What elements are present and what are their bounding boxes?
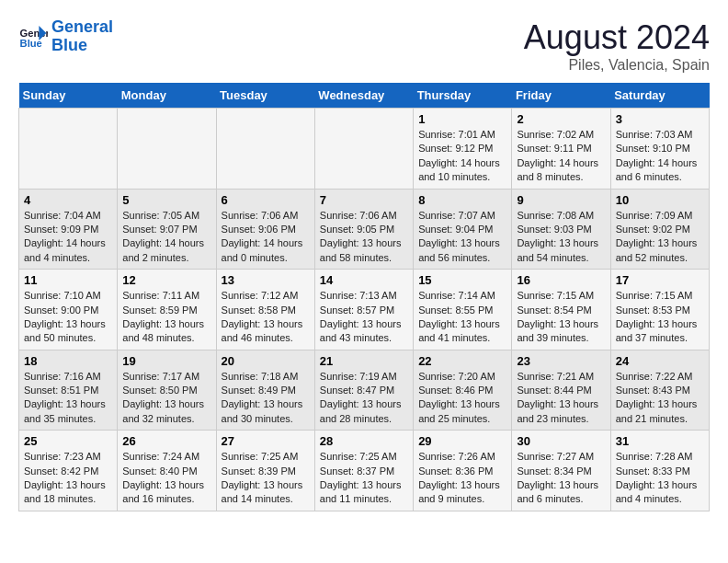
day-info: Sunrise: 7:06 AM Sunset: 9:05 PM Dayligh… <box>320 209 408 266</box>
day-number: 6 <box>222 193 310 207</box>
calendar-cell: 20Sunrise: 7:18 AM Sunset: 8:49 PM Dayli… <box>216 350 314 431</box>
day-number: 13 <box>222 273 310 287</box>
calendar-subtitle: Piles, Valencia, Spain <box>524 57 710 74</box>
day-info: Sunrise: 7:16 AM Sunset: 8:51 PM Dayligh… <box>24 370 112 427</box>
day-info: Sunrise: 7:18 AM Sunset: 8:49 PM Dayligh… <box>222 370 310 427</box>
logo-icon: General Blue <box>18 22 48 52</box>
calendar-week-row: 25Sunrise: 7:23 AM Sunset: 8:42 PM Dayli… <box>19 431 710 511</box>
day-number: 29 <box>418 434 506 448</box>
logo: General Blue GeneralBlue <box>18 18 113 55</box>
svg-text:Blue: Blue <box>20 38 42 49</box>
calendar-cell: 28Sunrise: 7:25 AM Sunset: 8:37 PM Dayli… <box>314 431 413 511</box>
calendar-cell: 15Sunrise: 7:14 AM Sunset: 8:55 PM Dayli… <box>414 270 512 350</box>
calendar-cell: 27Sunrise: 7:25 AM Sunset: 8:39 PM Dayli… <box>216 431 314 511</box>
calendar-title: August 2024 <box>524 18 710 57</box>
day-number: 27 <box>222 434 310 448</box>
day-info: Sunrise: 7:15 AM Sunset: 8:54 PM Dayligh… <box>517 289 605 346</box>
calendar-cell: 7Sunrise: 7:06 AM Sunset: 9:05 PM Daylig… <box>314 189 413 270</box>
calendar-cell: 5Sunrise: 7:05 AM Sunset: 9:07 PM Daylig… <box>118 189 216 270</box>
calendar-cell: 10Sunrise: 7:09 AM Sunset: 9:02 PM Dayli… <box>610 189 709 270</box>
day-info: Sunrise: 7:28 AM Sunset: 8:33 PM Dayligh… <box>616 450 704 507</box>
day-number: 2 <box>517 112 605 126</box>
day-number: 8 <box>418 193 506 207</box>
day-number: 11 <box>24 273 112 287</box>
calendar-cell: 26Sunrise: 7:24 AM Sunset: 8:40 PM Dayli… <box>118 431 216 511</box>
calendar-cell: 17Sunrise: 7:15 AM Sunset: 8:53 PM Dayli… <box>610 270 709 350</box>
day-number: 14 <box>320 273 408 287</box>
day-number: 17 <box>616 273 704 287</box>
day-number: 9 <box>517 193 605 207</box>
weekday-header-tuesday: Tuesday <box>216 83 314 109</box>
day-info: Sunrise: 7:24 AM Sunset: 8:40 PM Dayligh… <box>122 450 210 507</box>
day-number: 24 <box>616 354 704 368</box>
calendar-cell: 19Sunrise: 7:17 AM Sunset: 8:50 PM Dayli… <box>118 350 216 431</box>
day-number: 30 <box>517 434 605 448</box>
calendar-cell: 18Sunrise: 7:16 AM Sunset: 8:51 PM Dayli… <box>19 350 118 431</box>
calendar-week-row: 11Sunrise: 7:10 AM Sunset: 9:00 PM Dayli… <box>19 270 710 350</box>
calendar-cell <box>118 109 216 190</box>
day-info: Sunrise: 7:17 AM Sunset: 8:50 PM Dayligh… <box>122 370 210 427</box>
calendar-cell: 30Sunrise: 7:27 AM Sunset: 8:34 PM Dayli… <box>512 431 610 511</box>
weekday-header-thursday: Thursday <box>414 83 512 109</box>
calendar-week-row: 4Sunrise: 7:04 AM Sunset: 9:09 PM Daylig… <box>19 189 710 270</box>
calendar-cell: 6Sunrise: 7:06 AM Sunset: 9:06 PM Daylig… <box>216 189 314 270</box>
calendar-table: SundayMondayTuesdayWednesdayThursdayFrid… <box>18 83 710 511</box>
day-info: Sunrise: 7:09 AM Sunset: 9:02 PM Dayligh… <box>616 209 704 266</box>
weekday-header-monday: Monday <box>118 83 216 109</box>
title-block: August 2024 Piles, Valencia, Spain <box>524 18 710 74</box>
day-number: 21 <box>320 354 408 368</box>
calendar-cell: 24Sunrise: 7:22 AM Sunset: 8:43 PM Dayli… <box>610 350 709 431</box>
day-info: Sunrise: 7:06 AM Sunset: 9:06 PM Dayligh… <box>222 209 310 266</box>
day-info: Sunrise: 7:04 AM Sunset: 9:09 PM Dayligh… <box>24 209 112 266</box>
day-number: 12 <box>122 273 210 287</box>
calendar-cell: 11Sunrise: 7:10 AM Sunset: 9:00 PM Dayli… <box>19 270 118 350</box>
day-info: Sunrise: 7:27 AM Sunset: 8:34 PM Dayligh… <box>517 450 605 507</box>
day-info: Sunrise: 7:14 AM Sunset: 8:55 PM Dayligh… <box>418 289 506 346</box>
day-number: 5 <box>122 193 210 207</box>
day-info: Sunrise: 7:12 AM Sunset: 8:58 PM Dayligh… <box>222 289 310 346</box>
calendar-cell <box>216 109 314 190</box>
day-info: Sunrise: 7:22 AM Sunset: 8:43 PM Dayligh… <box>616 370 704 427</box>
calendar-cell: 29Sunrise: 7:26 AM Sunset: 8:36 PM Dayli… <box>414 431 512 511</box>
day-number: 19 <box>122 354 210 368</box>
calendar-cell: 12Sunrise: 7:11 AM Sunset: 8:59 PM Dayli… <box>118 270 216 350</box>
day-number: 25 <box>24 434 112 448</box>
day-number: 22 <box>418 354 506 368</box>
logo-text: GeneralBlue <box>51 18 113 55</box>
weekday-header-sunday: Sunday <box>19 83 118 109</box>
day-info: Sunrise: 7:07 AM Sunset: 9:04 PM Dayligh… <box>418 209 506 266</box>
calendar-cell <box>314 109 413 190</box>
day-number: 7 <box>320 193 408 207</box>
calendar-cell: 1Sunrise: 7:01 AM Sunset: 9:12 PM Daylig… <box>414 109 512 190</box>
calendar-cell: 23Sunrise: 7:21 AM Sunset: 8:44 PM Dayli… <box>512 350 610 431</box>
calendar-week-row: 18Sunrise: 7:16 AM Sunset: 8:51 PM Dayli… <box>19 350 710 431</box>
day-info: Sunrise: 7:11 AM Sunset: 8:59 PM Dayligh… <box>122 289 210 346</box>
weekday-header-friday: Friday <box>512 83 610 109</box>
day-info: Sunrise: 7:10 AM Sunset: 9:00 PM Dayligh… <box>24 289 112 346</box>
day-info: Sunrise: 7:20 AM Sunset: 8:46 PM Dayligh… <box>418 370 506 427</box>
calendar-cell <box>19 109 118 190</box>
day-info: Sunrise: 7:23 AM Sunset: 8:42 PM Dayligh… <box>24 450 112 507</box>
day-number: 26 <box>122 434 210 448</box>
calendar-cell: 2Sunrise: 7:02 AM Sunset: 9:11 PM Daylig… <box>512 109 610 190</box>
calendar-cell: 9Sunrise: 7:08 AM Sunset: 9:03 PM Daylig… <box>512 189 610 270</box>
day-info: Sunrise: 7:08 AM Sunset: 9:03 PM Dayligh… <box>517 209 605 266</box>
weekday-header-row: SundayMondayTuesdayWednesdayThursdayFrid… <box>19 83 710 109</box>
day-info: Sunrise: 7:25 AM Sunset: 8:39 PM Dayligh… <box>222 450 310 507</box>
day-info: Sunrise: 7:25 AM Sunset: 8:37 PM Dayligh… <box>320 450 408 507</box>
calendar-cell: 3Sunrise: 7:03 AM Sunset: 9:10 PM Daylig… <box>610 109 709 190</box>
calendar-week-row: 1Sunrise: 7:01 AM Sunset: 9:12 PM Daylig… <box>19 109 710 190</box>
day-number: 18 <box>24 354 112 368</box>
calendar-cell: 31Sunrise: 7:28 AM Sunset: 8:33 PM Dayli… <box>610 431 709 511</box>
day-number: 31 <box>616 434 704 448</box>
day-number: 15 <box>418 273 506 287</box>
day-number: 4 <box>24 193 112 207</box>
calendar-cell: 22Sunrise: 7:20 AM Sunset: 8:46 PM Dayli… <box>414 350 512 431</box>
calendar-cell: 21Sunrise: 7:19 AM Sunset: 8:47 PM Dayli… <box>314 350 413 431</box>
day-number: 23 <box>517 354 605 368</box>
day-info: Sunrise: 7:01 AM Sunset: 9:12 PM Dayligh… <box>418 128 506 185</box>
day-number: 10 <box>616 193 704 207</box>
day-info: Sunrise: 7:13 AM Sunset: 8:57 PM Dayligh… <box>320 289 408 346</box>
day-info: Sunrise: 7:03 AM Sunset: 9:10 PM Dayligh… <box>616 128 704 185</box>
weekday-header-saturday: Saturday <box>610 83 709 109</box>
